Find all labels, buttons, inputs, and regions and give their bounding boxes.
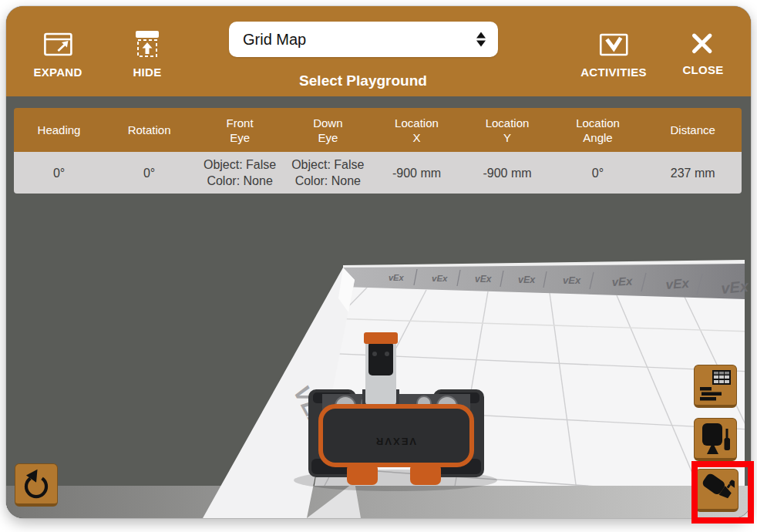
- col-location-x: LocationX: [371, 108, 463, 152]
- svg-text:vEx: vEx: [720, 278, 749, 297]
- camera-control-button[interactable]: [694, 418, 737, 461]
- activities-label: ACTIVITIES: [580, 66, 647, 79]
- col-location-y: LocationY: [463, 108, 551, 152]
- col-distance: Distance: [644, 108, 742, 152]
- expand-icon: [42, 29, 73, 60]
- col-front-eye: FrontEye: [194, 108, 285, 152]
- hide-icon: [132, 29, 163, 60]
- robot-top-label: VEXVR: [375, 436, 416, 447]
- dashboard-icon: [698, 369, 732, 402]
- svg-text:vEx: vEx: [389, 273, 404, 282]
- expand-label: EXPAND: [33, 66, 82, 79]
- close-button[interactable]: CLOSE: [682, 32, 723, 76]
- reset-icon: [19, 466, 54, 502]
- camera-control-icon: [698, 422, 732, 456]
- activities-button[interactable]: ACTIVITIES: [580, 29, 647, 79]
- camera-view-button[interactable]: [695, 469, 738, 512]
- dashboard-toggle-button[interactable]: [694, 365, 737, 408]
- value-distance: 237 mm: [644, 152, 742, 194]
- svg-text:vEx: vEx: [665, 276, 691, 292]
- playground-select-value: Grid Map: [243, 31, 306, 49]
- sensor-value-row: 0° 0° Object: FalseColor: None Object: F…: [14, 152, 742, 194]
- close-icon: [690, 32, 716, 58]
- col-location-angle: LocationAngle: [552, 108, 644, 152]
- value-location-x: -900 mm: [371, 152, 463, 194]
- sensor-header-row: Heading Rotation FrontEye DownEye Locati…: [14, 108, 742, 152]
- playground-3d-viewport[interactable]: vEx vEx vEx vEx vEx vEx vEx vEx VEX: [6, 96, 751, 518]
- playground-window: EXPAND HIDE Grid Map Select Playground A…: [6, 6, 751, 518]
- reset-button[interactable]: [15, 463, 58, 507]
- svg-text:vEx: vEx: [611, 274, 633, 288]
- svg-text:vEx: vEx: [518, 274, 536, 285]
- svg-text:vEx: vEx: [563, 274, 581, 286]
- value-location-angle: 0°: [552, 152, 644, 194]
- hide-label: HIDE: [133, 66, 161, 79]
- close-label: CLOSE: [682, 63, 723, 76]
- select-spinner-icon: [476, 32, 486, 47]
- value-heading: 0°: [14, 152, 104, 194]
- col-rotation: Rotation: [104, 108, 194, 152]
- select-playground-title: Select Playground: [299, 72, 427, 89]
- playground-select[interactable]: Grid Map: [229, 22, 498, 57]
- expand-button[interactable]: EXPAND: [33, 29, 82, 79]
- activities-icon: [598, 29, 629, 60]
- value-rotation: 0°: [104, 152, 194, 194]
- value-front-eye: Object: FalseColor: None: [194, 152, 285, 194]
- value-down-eye: Object: FalseColor: None: [285, 152, 370, 194]
- svg-text:vEx: vEx: [475, 274, 493, 285]
- toolbar: EXPAND HIDE Grid Map Select Playground A…: [6, 6, 751, 96]
- value-location-y: -900 mm: [463, 152, 551, 194]
- col-heading: Heading: [14, 108, 104, 152]
- svg-text:vEx: vEx: [432, 274, 448, 283]
- hide-button[interactable]: HIDE: [132, 29, 163, 79]
- sensor-dashboard-table: Heading Rotation FrontEye DownEye Locati…: [14, 108, 742, 194]
- video-camera-icon: [699, 472, 735, 507]
- col-down-eye: DownEye: [285, 108, 370, 152]
